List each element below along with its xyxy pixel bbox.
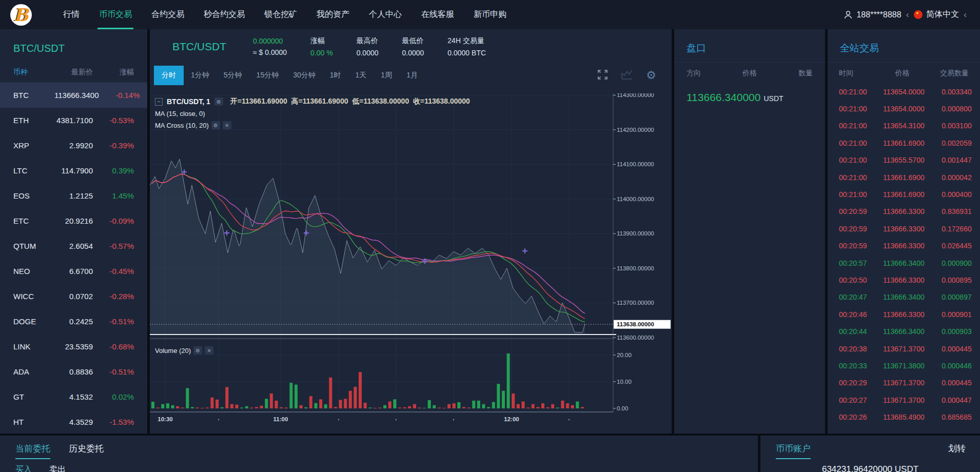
transfer-button[interactable]: 划转	[948, 443, 966, 455]
timeframe-tab-5分钟[interactable]: 5分钟	[217, 66, 249, 85]
tab-spot-account[interactable]: 币币账户	[776, 443, 811, 459]
trade-time: 00:20:50	[839, 276, 883, 284]
trade-time: 00:20:26	[839, 413, 883, 421]
coin-row[interactable]: HT 4.3529 -1.53%	[0, 409, 147, 434]
sidebar-pair-title: BTC/USDT	[0, 29, 147, 54]
volume-close-icon[interactable]: ✕	[205, 346, 213, 355]
language-dropdown[interactable]: 简体中文 ‹	[914, 9, 967, 20]
coin-price: 6.6700	[54, 267, 93, 276]
orderbook-header: 方向 价格 数量	[674, 63, 825, 84]
coin-symbol: HT	[13, 418, 54, 426]
brand-logo[interactable]: B	[10, 4, 32, 26]
coin-row[interactable]: GT 4.1532 0.02%	[0, 384, 147, 409]
coin-row[interactable]: LTC 114.7900 0.39%	[0, 158, 147, 183]
fullscreen-icon[interactable]	[597, 69, 608, 82]
timeframe-tab-1天[interactable]: 1天	[348, 66, 374, 85]
coin-row[interactable]: NEO 6.6700 -0.45%	[0, 259, 147, 284]
coin-change: -0.51%	[93, 317, 134, 326]
volume-label: Volume (20)	[155, 347, 191, 355]
trade-price: 113666.3400	[883, 327, 925, 336]
nav-item-6[interactable]: 个人中心	[359, 0, 411, 29]
usd-estimate: ≈ $ 0.0000	[253, 48, 287, 56]
col-amount: 数量	[777, 69, 813, 78]
orders-tab-当前委托[interactable]: 当前委托	[15, 443, 50, 459]
nav-item-1[interactable]: 币币交易	[89, 0, 142, 29]
orders-tabs: 当前委托历史委托	[0, 436, 758, 459]
market-sidebar: BTC/USDT 币种 最新价 涨幅 BTC 113666.3400 -0.14…	[0, 29, 147, 434]
indicator-icon[interactable]	[621, 69, 633, 82]
trade-price: 113685.4900	[883, 413, 925, 421]
trade-row: 00:20:59 113666.3300 0.172660	[828, 220, 980, 237]
coin-row[interactable]: WICC 0.0702 -0.28%	[0, 284, 147, 309]
chart-header: BTC/USDT 0.000000 ≈ $ 0.0000 涨幅 0.00 % 最…	[150, 29, 672, 64]
timeframe-tab-1分钟[interactable]: 1分钟	[184, 66, 217, 85]
svg-text:11:00: 11:00	[273, 416, 288, 422]
trade-price: 113661.6900	[883, 190, 925, 199]
chart-canvas[interactable]: 114300.00000114200.00000114100.000001140…	[150, 93, 672, 434]
coin-row[interactable]: EOS 1.2125 1.45%	[0, 183, 147, 208]
stat-value: 0.0000 BTC	[447, 49, 486, 57]
stat-value: 0.0000	[357, 49, 379, 57]
svg-text:113638.00000: 113638.00000	[617, 321, 654, 327]
nav-item-0[interactable]: 行情	[53, 0, 89, 29]
timeframe-tab-1时[interactable]: 1时	[323, 66, 348, 85]
nav-item-8[interactable]: 新币申购	[464, 0, 516, 29]
coin-symbol: NEO	[13, 267, 54, 276]
chart-settings-gear-icon[interactable]: ⚙	[646, 69, 656, 82]
trade-row: 00:20:46 113666.3300 0.000901	[828, 306, 980, 323]
nav-menu: 行情币币交易合约交易秒合约交易锁仓挖矿我的资产个人中心在线客服新币申购	[53, 0, 516, 29]
nav-item-4[interactable]: 锁仓挖矿	[254, 0, 307, 29]
series-gear-icon[interactable]: ⚙	[214, 97, 223, 106]
trade-time: 00:21:00	[839, 139, 883, 147]
col-last-price: 最新价	[54, 68, 93, 77]
coin-change: -0.53%	[93, 116, 134, 125]
volume-gear-icon[interactable]: ⚙	[193, 346, 202, 355]
collapse-icon[interactable]: −	[155, 98, 163, 106]
trade-row: 00:21:00 113655.5700 0.001447	[828, 152, 980, 169]
trade-row: 00:20:59 113666.3300 0.026445	[828, 238, 980, 254]
coin-row[interactable]: ETC 20.9216 -0.09%	[0, 208, 147, 233]
timeframe-tab-30分钟[interactable]: 30分钟	[286, 66, 323, 85]
nav-item-2[interactable]: 合约交易	[142, 0, 194, 29]
coin-price: 4.1532	[54, 392, 93, 401]
coin-row[interactable]: DOGE 0.2425 -0.51%	[0, 309, 147, 334]
coin-price: 23.5359	[54, 342, 93, 351]
trade-time: 00:21:00	[839, 156, 883, 164]
orders-subtab-买入[interactable]: 买入	[15, 464, 32, 472]
trade-amount: 0.002059	[925, 139, 972, 147]
timeframe-tab-15分钟[interactable]: 15分钟	[249, 66, 286, 85]
nav-item-3[interactable]: 秒合约交易	[194, 0, 254, 29]
timeframe-tab-分时[interactable]: 分时	[154, 66, 184, 85]
chevron-icon: ‹	[906, 10, 909, 20]
trade-row: 00:20:38 113671.3700 0.000445	[828, 340, 980, 357]
nav-item-7[interactable]: 在线客服	[411, 0, 464, 29]
coin-price: 4.3529	[54, 418, 93, 426]
coin-symbol: LTC	[13, 166, 54, 175]
coin-row[interactable]: QTUM 2.6054 -0.57%	[0, 233, 147, 259]
coin-row[interactable]: XRP 2.9920 -0.39%	[0, 133, 147, 158]
coin-symbol: XRP	[13, 141, 54, 150]
orders-tab-历史委托[interactable]: 历史委托	[69, 443, 104, 459]
timeframe-tab-1周[interactable]: 1周	[374, 66, 399, 85]
ma-cross-gear-icon[interactable]: ⚙	[211, 121, 220, 129]
trade-time: 00:21:00	[839, 122, 883, 130]
trade-amount: 0.000800	[925, 105, 972, 113]
trade-time: 00:20:47	[839, 293, 883, 301]
trade-amount: 0.003340	[925, 88, 972, 96]
orders-subtab-卖出[interactable]: 卖出	[49, 464, 66, 472]
coin-row[interactable]: ADA 0.8836 -0.51%	[0, 359, 147, 384]
coin-symbol: DOGE	[13, 317, 54, 326]
trade-amount: 0.000042	[925, 173, 972, 182]
coin-row[interactable]: BTC 113666.3400 -0.14%	[0, 83, 147, 108]
trade-amount: 0.000895	[925, 276, 972, 284]
stat: 最高价 0.0000	[357, 36, 379, 57]
nav-item-5[interactable]: 我的资产	[307, 0, 359, 29]
coin-row[interactable]: ETH 4381.7100 -0.53%	[0, 108, 147, 133]
trade-time: 00:20:33	[839, 362, 883, 370]
trades-title: 全站交易	[828, 29, 980, 63]
user-account-dropdown[interactable]: 188****8888 ‹	[844, 10, 909, 20]
coin-row[interactable]: LINK 23.5359 -0.68%	[0, 334, 147, 359]
timeframe-tab-1月[interactable]: 1月	[399, 66, 425, 85]
trade-price: 113654.0000	[883, 88, 925, 96]
ma-cross-close-icon[interactable]: ✕	[223, 121, 231, 129]
